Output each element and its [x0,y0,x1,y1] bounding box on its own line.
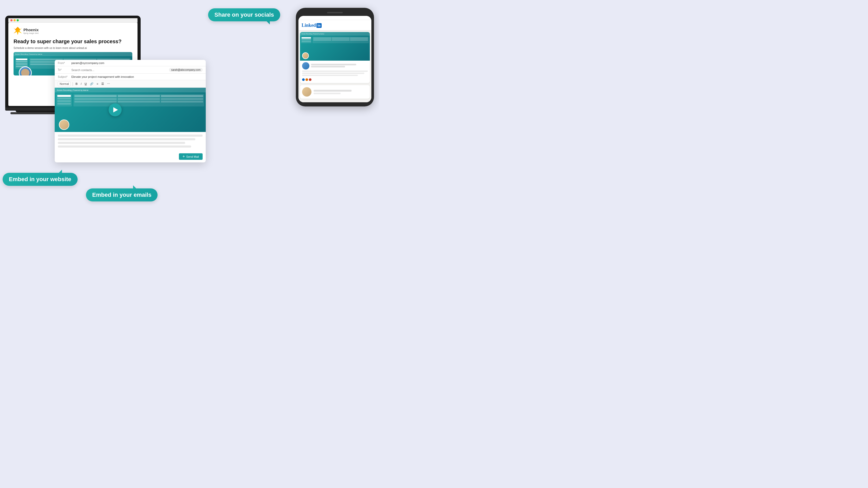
embed-email-bubble: Embed in your emails [86,189,158,201]
bold-button[interactable]: B [75,82,79,86]
post-mini-cell [332,37,350,39]
from-value: param@xyzcompany.com [71,61,104,65]
share-socials-bubble: Share on your socials [208,8,280,21]
email-text-line [58,145,191,148]
list2-button[interactable]: ☰ [100,82,105,86]
author-name-lines [311,64,368,68]
link-button[interactable]: 🔗 [89,82,94,86]
post-mini-cell [350,39,368,41]
email-send-row: ✈ Send Mail [55,152,206,162]
embed-website-bubble: Embed in your website [3,173,78,186]
post-sidebar-item [302,41,311,42]
post-author-row [302,62,368,69]
play-triangle-icon [113,107,118,112]
embed-email-label: Embed in your emails [92,192,151,198]
embed-website-label: Embed in your website [9,176,71,183]
embed-sidebar-item [57,100,71,102]
suggestion-title [314,93,341,94]
underline-button[interactable]: U [84,82,88,86]
send-label: Send Mail [186,155,199,158]
embed-table-row [74,98,203,100]
mini-sidebar-item [16,63,27,65]
post-mini-bar: Screen Recording | Powered by lead.ai [300,32,370,36]
email-text-area [55,132,206,152]
to-tag: sarah@abccompany.com [169,68,203,72]
suggestion-text [314,90,368,94]
post-mini-cell [313,37,331,39]
list-button[interactable]: ≡ [96,82,99,86]
toolbar-separator: | [72,82,73,86]
phoenix-logo: Phoenix flying magic bird [13,27,132,35]
phone-frame: Linked in Screen Recording | Powered by … [296,8,374,106]
phoenix-bird-icon [13,27,22,35]
phone-device: Linked in Screen Recording | Powered by … [296,8,374,106]
to-input[interactable] [71,68,168,72]
embed-sidebar-item [57,103,71,105]
post-mini-cell [332,39,350,41]
post-text-lines [302,70,368,78]
post-avatar [302,52,309,59]
embed-th [161,95,203,97]
embed-th [118,95,160,97]
profile-suggestion-card [300,85,370,99]
phoenix-text-group: Phoenix flying magic bird [24,28,38,34]
linkedin-text: Linked [302,23,316,28]
play-button[interactable] [108,103,122,116]
embed-td [118,98,160,100]
post-mini-cell [350,37,368,39]
email-text-line [58,135,203,137]
post-mini-main [312,37,369,43]
more-button[interactable]: ⋯ [106,82,111,86]
embed-bar-text: Screen Recording | Powered by lead.ai [57,89,88,91]
embed-sidebar [56,94,72,106]
embed-td [118,101,160,102]
minimize-dot [13,19,16,21]
email-from-row: From* param@xyzcompany.com [55,60,206,66]
author-name-line [311,64,356,65]
post-sidebar-item [302,37,311,38]
post-bar-text: Screen Recording | Powered by lead.ai [302,33,324,35]
post-mini-row [313,37,368,39]
email-presenter-avatar [59,120,69,130]
close-dot [10,19,12,21]
suggestion-name [314,90,351,92]
send-icon: ✈ [183,155,185,158]
post-mini-row [313,39,368,41]
to-label: To* [58,68,71,71]
phone-status-bar [299,16,371,20]
email-text-line [58,142,185,144]
subject-value: Elevate your project management with inn… [71,75,134,78]
embed-main-area [73,94,204,106]
embed-td [161,101,203,102]
linkedin-post-card: Screen Recording | Powered by lead.ai [300,32,370,83]
post-reactions [302,78,368,82]
phone-feed: Screen Recording | Powered by lead.ai [299,30,371,102]
post-mini-cell [313,39,331,41]
send-mail-button[interactable]: ✈ Send Mail [179,153,203,160]
embed-mini-content [55,92,206,108]
italic-button[interactable]: I [80,82,82,86]
email-text-line [58,138,195,140]
from-label: From* [58,62,71,65]
laptop-headline: Ready to super charge your sales process… [13,38,132,44]
email-toolbar: Normal | B I U 🔗 ≡ ☰ ⋯ [55,80,206,88]
maximize-dot [17,19,19,21]
normal-style-selector[interactable]: Normal [58,82,70,86]
embed-td [74,101,117,102]
email-to-row: To* sarah@abccompany.com [55,66,206,74]
linkedin-logo: Linked in [302,23,368,28]
post-sidebar-item [302,39,311,40]
author-title-line [311,66,345,67]
celebrate-reaction [306,78,308,81]
embed-table-header [74,95,203,97]
embed-sidebar-item [57,98,71,99]
post-mini-sidebar [301,37,311,43]
email-composer: From* param@xyzcompany.com To* sarah@abc… [55,60,206,162]
love-reaction [309,78,311,81]
embed-table-row [74,101,203,102]
like-reaction [302,78,305,81]
embed-td [161,98,203,100]
phone-screen: Linked in Screen Recording | Powered by … [299,16,371,102]
mini-bar-text: Screen Recording | Powered by lead.ai [15,53,42,55]
phoenix-sub: flying magic bird [24,32,38,34]
